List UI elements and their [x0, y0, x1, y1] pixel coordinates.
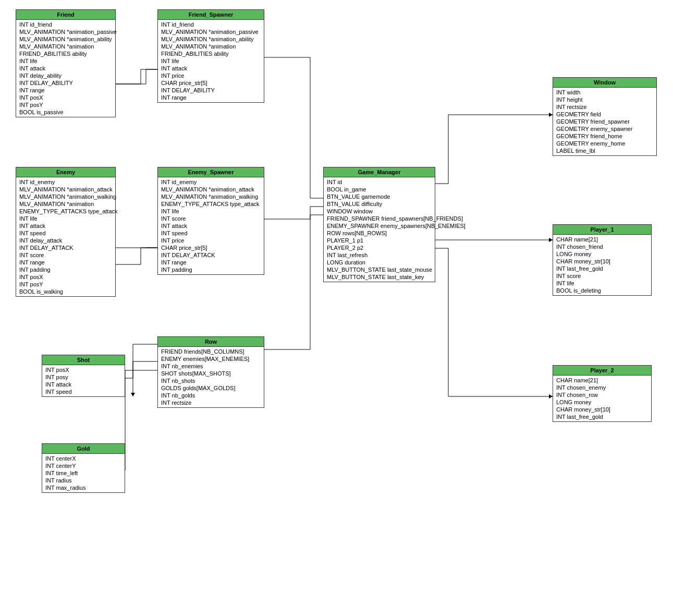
entity-player1: Player_1 CHAR name[21] INT chosen_friend… [553, 224, 652, 296]
field: INT delay_ability [19, 72, 112, 79]
field: INT chosen_row [556, 391, 648, 398]
field: INT attack [19, 222, 112, 230]
entity-shot: Shot INT posX INT posy INT attack INT sp… [42, 355, 125, 397]
field: INT time_left [45, 469, 121, 477]
field: INT life [161, 57, 261, 65]
field: INT posY [19, 281, 112, 288]
field: MLV_ANIMATION *animation_passive [161, 28, 261, 35]
field: INT last_refresh [327, 251, 432, 259]
field: INT id_enemy [161, 178, 261, 186]
field: ENEMY_TYPE_ATTACKS type_attack [161, 200, 261, 208]
entity-friend-body: INT id_friend MLV_ANIMATION *animation_p… [16, 20, 115, 117]
entity-window-header: Window [553, 78, 656, 88]
field: LONG money [556, 398, 648, 406]
entity-row: Row FRIEND friends[NB_COLUMNS] ENEMY ene… [157, 336, 264, 408]
entity-enemy-spawner-body: INT id_enemy MLV_ANIMATION *animation_at… [158, 177, 264, 274]
field: INT rectsize [161, 399, 261, 406]
entity-shot-header: Shot [42, 355, 125, 365]
field: FRIEND_ABILITIES ability [161, 50, 261, 57]
field: INT padding [161, 266, 261, 273]
field: MLV_ANIMATION *animation [19, 43, 112, 50]
field: INT radius [45, 477, 121, 484]
entity-row-header: Row [158, 337, 264, 347]
field: BOOL in_game [327, 186, 432, 193]
field: INT posX [45, 366, 121, 373]
field: INT chosen_enemy [556, 384, 648, 391]
entity-window: Window INT width INT height INT rectsize… [553, 77, 657, 156]
field: INT centerY [45, 462, 121, 469]
entity-enemy-body: INT id_enemy MLV_ANIMATION *animation_at… [16, 177, 115, 296]
entity-window-body: INT width INT height INT rectsize GEOMET… [553, 88, 656, 155]
field: INT speed [19, 230, 112, 237]
field: INT DELAY_ATTACK [161, 251, 261, 259]
field: INT nb_golds [161, 392, 261, 399]
entity-game-manager: Game_Manager INT id BOOL in_game BTN_VAL… [323, 167, 435, 282]
field: MLV_ANIMATION *animation_attack [19, 186, 112, 193]
field: CHAR price_str[5] [161, 79, 261, 87]
field: INT life [161, 208, 261, 215]
field: ENEMY_SPAWNER enemy_spawners[NB_ENEMIES] [327, 222, 432, 230]
field: INT attack [19, 65, 112, 72]
field: ENEMY enemies[MAX_ENEMIES] [161, 355, 261, 363]
field: INT range [19, 259, 112, 266]
field: INT price [161, 72, 261, 79]
entity-row-body: FRIEND friends[NB_COLUMNS] ENEMY enemies… [158, 347, 264, 407]
field: INT life [556, 280, 648, 287]
field: INT speed [161, 230, 261, 237]
field: GEOMETRY friend_spawner [556, 118, 653, 125]
entity-player2-body: CHAR name[21] INT chosen_enemy INT chose… [553, 376, 651, 421]
field: GOLDS golds[MAX_GOLDS] [161, 384, 261, 392]
field: MLV_ANIMATION *animation [19, 200, 112, 208]
field: INT height [556, 96, 653, 103]
field: INT life [19, 57, 112, 65]
svg-marker-10 [131, 393, 135, 396]
field: INT posX [19, 94, 112, 101]
field: CHAR name[21] [556, 236, 648, 243]
entity-gold-header: Gold [42, 444, 125, 454]
diagram-canvas: Friend INT id_friend MLV_ANIMATION *anim… [0, 0, 673, 616]
field: MLV_ANIMATION *animation_passive [19, 28, 112, 35]
field: INT width [556, 89, 653, 96]
field: LONG duration [327, 259, 432, 266]
field: INT id_friend [161, 21, 261, 28]
field: INT last_free_gold [556, 413, 648, 420]
field: INT nb_shots [161, 377, 261, 384]
field: INT delay_attack [19, 237, 112, 244]
field: INT id_enemy [19, 178, 112, 186]
entity-player2: Player_2 CHAR name[21] INT chosen_enemy … [553, 365, 652, 422]
entity-friend-spawner: Friend_Spawner INT id_friend MLV_ANIMATI… [157, 9, 264, 103]
svg-marker-34 [549, 113, 553, 117]
entity-enemy-spawner: Enemy_Spawner INT id_enemy MLV_ANIMATION… [157, 167, 264, 275]
field: GEOMETRY enemy_home [556, 140, 653, 147]
field: GEOMETRY friend_home [556, 132, 653, 140]
field: INT last_free_gold [556, 265, 648, 272]
entity-enemy-spawner-header: Enemy_Spawner [158, 167, 264, 177]
entity-player2-header: Player_2 [553, 366, 651, 376]
field: MLV_ANIMATION *animation_ability [161, 35, 261, 43]
field: INT attack [161, 222, 261, 230]
entity-enemy: Enemy INT id_enemy MLV_ANIMATION *animat… [16, 167, 116, 297]
field: INT life [19, 215, 112, 222]
field: BOOL is_passive [19, 108, 112, 116]
field: FRIEND friends[NB_COLUMNS] [161, 348, 261, 355]
field: MLV_ANIMATION *animation_walking [19, 193, 112, 200]
entity-friend-header: Friend [16, 10, 115, 20]
field: INT speed [45, 388, 121, 395]
entity-enemy-header: Enemy [16, 167, 115, 177]
field: INT DELAY_ABILITY [19, 79, 112, 87]
field: CHAR price_str[5] [161, 244, 261, 251]
field: MLV_BUTTON_STATE last_state_mouse [327, 266, 432, 273]
field: BOOL is_deleting [556, 287, 648, 294]
field: INT attack [45, 381, 121, 388]
svg-marker-36 [549, 238, 553, 242]
field: INT posX [19, 273, 112, 281]
field: INT chosen_friend [556, 243, 648, 250]
field: INT DELAY_ABILITY [161, 87, 261, 94]
field: FRIEND_SPAWNER friend_spawners[NB_FRIEND… [327, 215, 432, 222]
field: INT id_friend [19, 21, 112, 28]
field: CHAR name[21] [556, 377, 648, 384]
entity-player1-body: CHAR name[21] INT chosen_friend LONG mon… [553, 235, 651, 295]
entity-gold: Gold INT centerX INT centerY INT time_le… [42, 443, 125, 493]
field: MLV_BUTTON_STATE last_state_key [327, 273, 432, 281]
field: INT attack [161, 65, 261, 72]
